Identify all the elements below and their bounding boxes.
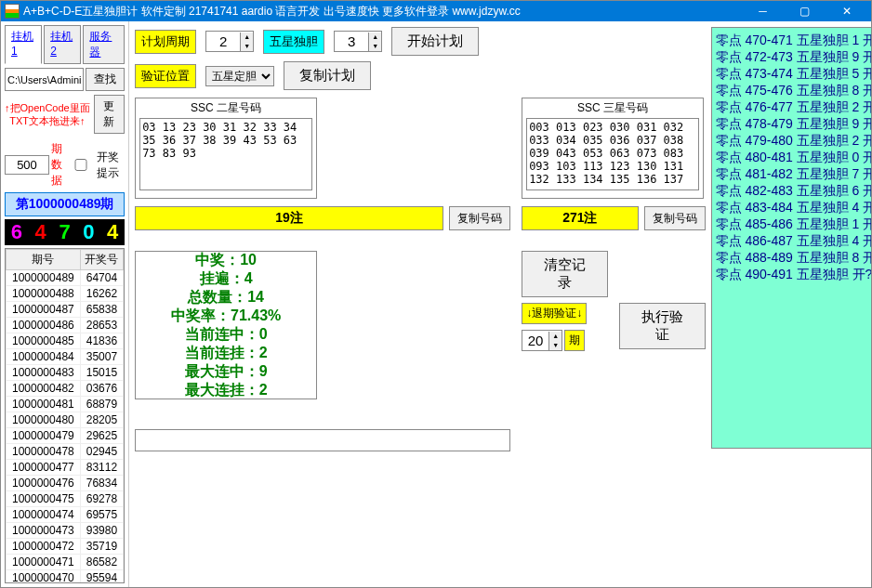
log-line: 零点 483-484 五星独胆 4 开35007 ×[2] 0飞 [716, 199, 873, 216]
log-line: 零点 479-480 五星独胆 2 开29625 √[2] 1飞 [716, 132, 873, 149]
fivestar-label: 五星独胆 [263, 30, 324, 54]
back-unit-label: 期 [564, 330, 585, 351]
close-button[interactable]: ✕ [826, 1, 867, 21]
table-row[interactable]: 100000047802945 [7, 444, 124, 460]
period-label: 期数据 [51, 141, 65, 189]
period-input[interactable] [5, 155, 49, 175]
spin-down-icon: ▼ [240, 42, 253, 51]
table-row[interactable]: 100000048203676 [7, 381, 124, 397]
history-grid[interactable]: 期号开奖号 1000000489647041000000488162621000… [5, 248, 125, 583]
fivestar-spinner[interactable]: ▲▼ [334, 31, 382, 52]
log-line: 零点 481-482 五星独胆 7 开68879 √[1] 1飞 [716, 165, 873, 182]
digit-3: 0 [76, 219, 100, 245]
log-line: 零点 473-474 五星独胆 5 开69575 √[2] 2飞 [716, 65, 873, 82]
ssc3-count: 271注 [522, 206, 638, 230]
issue-bar: 第1000000489期 [5, 192, 125, 216]
table-row[interactable]: 100000048964704 [7, 270, 124, 286]
table-row[interactable]: 100000048435007 [7, 349, 124, 365]
log-line: 零点 482-483 五星独胆 6 开03676 √[1] 2飞 [716, 182, 873, 199]
digit-0: 6 [5, 219, 29, 245]
table-row[interactable]: 100000047929625 [7, 428, 124, 444]
start-plan-button[interactable]: 开始计划 [391, 27, 479, 56]
table-row[interactable]: 100000047186582 [7, 555, 124, 570]
path-input[interactable] [5, 68, 84, 91]
table-row[interactable]: 100000047393980 [7, 523, 124, 539]
log-line: 零点 480-481 五星独胆 0 开28205 √[1] 1飞 [716, 149, 873, 165]
ssc2-label: SSC 二星号码 [139, 100, 312, 116]
log-line: 零点 475-476 五星独胆 8 开69278 √[1] 1飞 [716, 82, 873, 98]
ssc2-count: 19注 [135, 206, 443, 230]
plan-period-spinner[interactable]: ▲▼ [205, 31, 254, 52]
tab-main1[interactable]: 挂机1 [5, 25, 42, 64]
digit-1: 4 [29, 219, 53, 245]
ssc3-copy-button[interactable]: 复制号码 [644, 206, 706, 230]
spin-up-icon: ▲ [240, 33, 253, 42]
ssc2-copy-button[interactable]: 复制号码 [449, 206, 510, 230]
ssc3-group: SSC 三星号码 003 013 023 030 031 032 033 034… [522, 98, 704, 199]
log-line: 零点 486-487 五星独胆 4 开65838 ×[2] 0飞 [716, 232, 873, 249]
window-title: A+B+C-D-E五星独胆计 软件定制 21741741 aardio 语言开发… [23, 4, 742, 20]
hint-text: ↑把OpenCode里面 TXT文本拖进来↑ [5, 101, 90, 127]
exec-verify-button[interactable]: 执行验证 [619, 303, 706, 349]
log-line: 零点 478-479 五星独胆 9 开02945 √[1] 1飞 [716, 115, 873, 132]
table-row[interactable]: 100000048315015 [7, 365, 124, 381]
log-line: 零点 488-489 五星独胆 8 开64704 ×[2] 0飞 [716, 249, 873, 266]
log-panel[interactable]: 零点 470-471 五星独胆 1 开86582 ×[2] 0飞零点 472-4… [711, 27, 873, 449]
back-verify-button[interactable]: ↓退期验证↓ [522, 303, 587, 324]
table-row[interactable]: 100000048168879 [7, 397, 124, 412]
clear-log-button[interactable]: 清空记录 [522, 251, 608, 297]
digit-2: 7 [53, 219, 77, 245]
alert-checkbox[interactable]: 开奖提示 [67, 150, 125, 181]
back-period-spinner[interactable]: ▲▼ [522, 330, 562, 351]
tab-server[interactable]: 服务器 [83, 25, 125, 64]
app-icon [5, 4, 20, 19]
table-row[interactable]: 100000047469575 [7, 507, 124, 523]
log-line: 零点 490-491 五星独胆 开??? 等开[1] [716, 266, 873, 282]
minimize-button[interactable]: ─ [742, 1, 784, 21]
table-row[interactable]: 100000048816262 [7, 286, 124, 302]
maximize-button[interactable]: ▢ [784, 1, 826, 21]
verify-select[interactable]: 五星定胆 [205, 66, 274, 86]
log-line: 零点 472-473 五星独胆 9 开35719 √[1] 1飞 [716, 48, 873, 65]
log-line: 零点 470-471 五星独胆 1 开86582 ×[2] 0飞 [716, 32, 873, 48]
update-button[interactable]: 更新 [94, 95, 125, 134]
find-button[interactable]: 查找 [86, 68, 125, 91]
table-row[interactable]: 100000047783112 [7, 460, 124, 476]
titlebar: A+B+C-D-E五星独胆计 软件定制 21741741 aardio 语言开发… [1, 1, 871, 21]
table-row[interactable]: 100000047235719 [7, 539, 124, 555]
table-row[interactable]: 100000048541836 [7, 333, 124, 349]
table-row[interactable]: 100000048028205 [7, 412, 124, 428]
copy-plan-button[interactable]: 复制计划 [284, 61, 371, 90]
plan-period-label: 计划周期 [135, 30, 196, 54]
ssc2-group: SSC 二星号码 03 13 23 30 31 32 33 34 35 36 3… [135, 98, 317, 199]
tab-main2[interactable]: 挂机2 [44, 25, 81, 64]
log-line: 零点 485-486 五星独胆 1 开41836 √[1] 1飞 [716, 216, 873, 232]
bottom-box [135, 429, 510, 451]
verify-label: 验证位置 [135, 64, 196, 88]
ssc3-textarea[interactable]: 003 013 023 030 031 032 033 034 035 036 … [526, 118, 699, 190]
table-row[interactable]: 100000048765838 [7, 302, 124, 318]
ssc2-textarea[interactable]: 03 13 23 30 31 32 33 34 35 36 37 38 39 4… [139, 118, 312, 190]
ssc3-label: SSC 三星号码 [526, 100, 699, 116]
stats-panel: 中奖：10 挂遍：4 总数量：14 中奖率：71.43% 当前连中：0 当前连挂… [135, 251, 317, 399]
log-line: 零点 476-477 五星独胆 2 开83112 √[2] 1飞 [716, 98, 873, 115]
digits-display: 64704 [5, 219, 125, 245]
table-row[interactable]: 100000048628653 [7, 318, 124, 333]
table-row[interactable]: 100000047095594 [7, 570, 124, 584]
table-row[interactable]: 100000047676834 [7, 476, 124, 491]
digit-4: 4 [100, 219, 125, 245]
table-row[interactable]: 100000047569278 [7, 491, 124, 507]
